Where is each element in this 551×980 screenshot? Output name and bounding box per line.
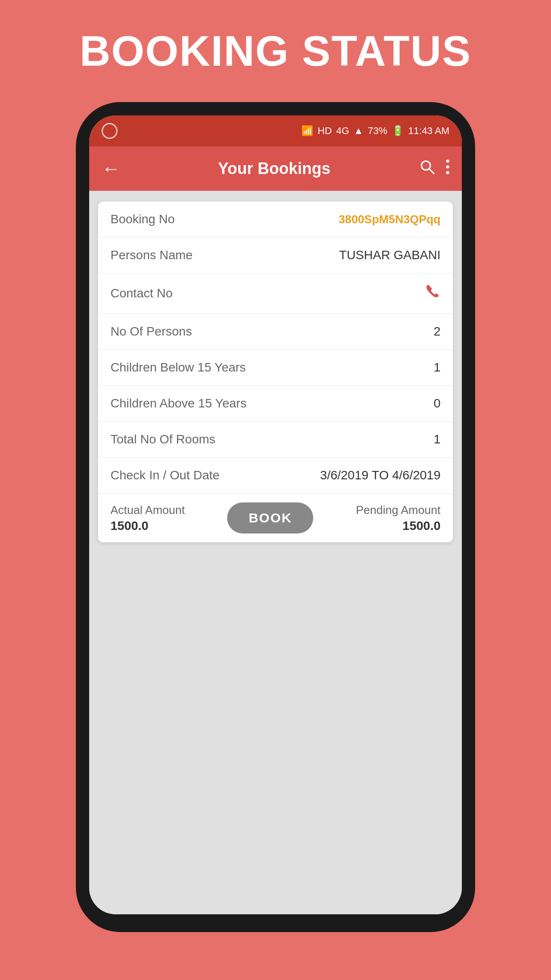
- phone-icon[interactable]: [425, 284, 441, 303]
- app-icon: [102, 123, 118, 139]
- pending-amount-value: 1500.0: [356, 519, 441, 533]
- actual-amount-block: Actual Amount 1500.0: [110, 503, 185, 533]
- total-rooms-value: 1: [433, 432, 441, 447]
- amounts-row: Actual Amount 1500.0 BOOK Pending Amount…: [98, 494, 453, 542]
- more-options-icon[interactable]: [446, 159, 449, 179]
- network-label: 4G: [336, 125, 349, 137]
- book-button[interactable]: BOOK: [227, 502, 313, 533]
- no-of-persons-row: No Of Persons 2: [98, 314, 453, 350]
- battery-percent: 73%: [368, 125, 387, 137]
- toolbar-title: Your Bookings: [129, 159, 419, 178]
- pending-amount-block: Pending Amount 1500.0: [356, 503, 441, 533]
- content-area: Booking No 3800SpM5N3QPqq Persons Name T…: [89, 191, 462, 914]
- children-above-label: Children Above 15 Years: [110, 396, 247, 411]
- booking-no-label: Booking No: [110, 212, 175, 226]
- total-rooms-label: Total No Of Rooms: [110, 432, 216, 447]
- booking-no-value: 3800SpM5N3QPqq: [338, 213, 441, 226]
- page-title: BOOKING STATUS: [79, 27, 471, 75]
- time-display: 11:43 AM: [408, 125, 449, 137]
- phone-device: 📶 HD 4G ▲ 73% 🔋 11:43 AM ← Your Bookings: [76, 102, 475, 932]
- wifi-icon: 📶: [301, 125, 313, 137]
- no-of-persons-label: No Of Persons: [110, 324, 192, 339]
- battery-icon: 🔋: [392, 125, 404, 137]
- status-left: [102, 123, 118, 139]
- search-icon[interactable]: [419, 159, 435, 179]
- children-below-label: Children Below 15 Years: [110, 360, 246, 375]
- checkin-label: Check In / Out Date: [110, 468, 220, 482]
- persons-name-value: TUSHAR GABANI: [339, 248, 441, 262]
- booking-no-row: Booking No 3800SpM5N3QPqq: [98, 202, 453, 237]
- children-above-row: Children Above 15 Years 0: [98, 386, 453, 422]
- booking-card: Booking No 3800SpM5N3QPqq Persons Name T…: [98, 202, 453, 542]
- back-button[interactable]: ←: [102, 158, 120, 179]
- children-below-row: Children Below 15 Years 1: [98, 350, 453, 386]
- checkin-row: Check In / Out Date 3/6/2019 TO 4/6/2019: [98, 458, 453, 494]
- children-above-value: 0: [433, 396, 441, 411]
- signal-icon: ▲: [354, 125, 363, 137]
- actual-amount-label: Actual Amount: [110, 503, 185, 517]
- phone-screen: 📶 HD 4G ▲ 73% 🔋 11:43 AM ← Your Bookings: [89, 115, 462, 914]
- toolbar: ← Your Bookings: [89, 146, 462, 191]
- svg-line-1: [429, 169, 434, 174]
- pending-amount-label: Pending Amount: [356, 503, 441, 517]
- checkin-value: 3/6/2019 TO 4/6/2019: [320, 468, 441, 482]
- actual-amount-value: 1500.0: [110, 519, 185, 533]
- total-rooms-row: Total No Of Rooms 1: [98, 422, 453, 458]
- no-of-persons-value: 2: [433, 324, 441, 339]
- toolbar-actions: [419, 159, 449, 179]
- svg-point-4: [446, 171, 449, 174]
- children-below-value: 1: [433, 360, 441, 375]
- svg-point-3: [446, 165, 449, 168]
- status-bar: 📶 HD 4G ▲ 73% 🔋 11:43 AM: [89, 115, 462, 146]
- svg-point-2: [446, 159, 449, 162]
- persons-name-row: Persons Name TUSHAR GABANI: [98, 237, 453, 273]
- persons-name-label: Persons Name: [110, 248, 193, 262]
- status-right: 📶 HD 4G ▲ 73% 🔋 11:43 AM: [301, 125, 449, 137]
- contact-no-row: Contact No: [98, 273, 453, 314]
- hd-label: HD: [318, 125, 332, 137]
- contact-no-label: Contact No: [110, 286, 173, 300]
